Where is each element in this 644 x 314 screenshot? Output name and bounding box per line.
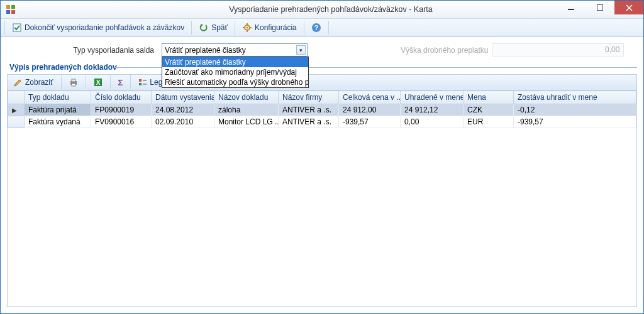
settlement-type-dropdown: Vrátiť preplatené čiastky Zaúčtovať ako … [162, 57, 309, 88]
svg-rect-1 [11, 5, 15, 9]
svg-rect-2 [6, 10, 10, 14]
settlement-type-row: Typ vysporiadania salda Vrátiť preplaten… [1, 37, 643, 59]
excel-icon: X [94, 78, 103, 87]
back-label: Späť [211, 23, 228, 32]
cell: -939,57 [514, 116, 636, 128]
svg-rect-5 [597, 4, 603, 11]
cell: Faktúra vydaná [25, 116, 91, 128]
svg-text:X: X [96, 79, 100, 86]
col-header[interactable]: Názov dokladu [214, 91, 279, 104]
svg-rect-8 [13, 24, 21, 31]
config-label: Konfigurácia [255, 23, 297, 32]
col-header[interactable]: Číslo dokladu [91, 91, 152, 104]
app-icon [3, 4, 18, 14]
cell: Faktúra prijatá [25, 104, 91, 116]
cell: 24 912,12 [401, 104, 464, 116]
col-header[interactable]: Zostáva uhradiť v mene [514, 91, 636, 104]
documents-grid: Typ dokladu Číslo dokladu Dátum vystaven… [7, 90, 637, 307]
gear-icon [242, 23, 252, 33]
legend-icon [138, 78, 147, 87]
col-header[interactable]: Dátum vystavenia [152, 91, 214, 104]
cell: ANTIVER a .s. [279, 116, 339, 128]
help-button[interactable]: ? [307, 20, 326, 35]
cell: ANTIVER a .s. [279, 104, 339, 116]
maximize-button[interactable] [586, 1, 614, 14]
main-toolbar: Dokončiť vysporiadanie pohľadávok a závä… [1, 18, 643, 37]
svg-rect-18 [72, 79, 75, 82]
svg-rect-22 [139, 79, 142, 82]
table-row[interactable]: Faktúra vydaná FV0900016 02.09.2010 Moni… [8, 116, 636, 128]
dropdown-option[interactable]: Vrátiť preplatené čiastky [162, 57, 308, 67]
cell: -939,57 [339, 116, 401, 128]
cell: 0,00 [401, 116, 464, 128]
cell: CZK [464, 104, 514, 116]
cell: 24 912,00 [339, 104, 401, 116]
row-indicator [8, 116, 25, 128]
back-button[interactable]: Späť [194, 20, 232, 35]
dropdown-option[interactable]: Zaúčtovať ako mimoriadny príjem/výdaj [162, 67, 308, 77]
svg-rect-4 [568, 9, 574, 10]
show-button[interactable]: Zobraziť [10, 76, 57, 89]
settlement-type-combo[interactable]: Vrátiť preplatené čiastky ▾ Vrátiť prepl… [162, 43, 308, 57]
col-header[interactable]: Uhradené v mene [401, 91, 464, 104]
cell: 24.08.2012 [152, 104, 214, 116]
cell: FP0900019 [91, 104, 152, 116]
overpayment-label: Výška drobného preplatku [401, 46, 488, 55]
dropdown-option[interactable]: Riešiť automaticky podľa výšky drobného … [162, 77, 308, 87]
col-header[interactable]: Mena [464, 91, 514, 104]
row-header-corner [8, 91, 25, 104]
finish-settlement-button[interactable]: Dokončiť vysporiadanie pohľadávok a závä… [8, 20, 189, 35]
config-button[interactable]: Konfigurácia [238, 20, 301, 35]
print-button[interactable] [65, 76, 82, 89]
svg-rect-23 [139, 83, 142, 85]
cell: záloha [214, 104, 279, 116]
col-header[interactable]: Celková cena v ... [339, 91, 401, 104]
window-title: Vysporiadanie prehradených pohľadávok/zá… [18, 5, 643, 14]
help-icon: ? [311, 23, 321, 33]
overpayment-value: 0,00 [492, 43, 624, 57]
svg-rect-19 [72, 84, 75, 86]
minimize-button[interactable] [557, 1, 586, 14]
cell: EUR [464, 116, 514, 128]
title-bar: Vysporiadanie prehradených pohľadávok/zá… [1, 1, 643, 18]
chevron-down-icon[interactable]: ▾ [296, 45, 306, 55]
combo-value: Vrátiť preplatené čiastky [165, 46, 246, 55]
grid-toolbar: Zobraziť X Σ Legenda [7, 74, 637, 90]
table-row[interactable]: ▶ Faktúra prijatá FP0900019 24.08.2012 z… [8, 104, 636, 116]
svg-point-10 [247, 27, 248, 29]
svg-rect-0 [6, 5, 10, 9]
documents-section-title: Výpis prehradených dokladov [1, 59, 643, 73]
svg-rect-3 [11, 10, 15, 14]
col-header[interactable]: Názov firmy [279, 91, 339, 104]
app-window: Vysporiadanie prehradených pohľadávok/zá… [0, 0, 644, 314]
cell: FV0900016 [91, 116, 152, 128]
close-button[interactable] [614, 1, 643, 14]
excel-export-button[interactable]: X [90, 76, 106, 89]
printer-icon [69, 78, 78, 87]
undo-icon [199, 23, 209, 33]
sigma-icon: Σ [118, 78, 123, 87]
edit-icon [14, 78, 23, 87]
grid-header-row: Typ dokladu Číslo dokladu Dátum vystaven… [8, 91, 636, 104]
show-label: Zobraziť [25, 78, 53, 87]
cell: Monitor LCD LG ... [214, 116, 279, 128]
cell: 02.09.2010 [152, 116, 214, 128]
finish-icon [12, 23, 22, 33]
row-indicator: ▶ [8, 104, 25, 116]
settlement-type-label: Typ vysporiadania salda [8, 46, 157, 55]
finish-label: Dokončiť vysporiadanie pohľadávok a závä… [25, 23, 184, 32]
col-header[interactable]: Typ dokladu [25, 91, 91, 104]
svg-text:?: ? [314, 24, 318, 31]
sum-button[interactable]: Σ [114, 76, 127, 89]
cell: -0,12 [514, 104, 636, 116]
